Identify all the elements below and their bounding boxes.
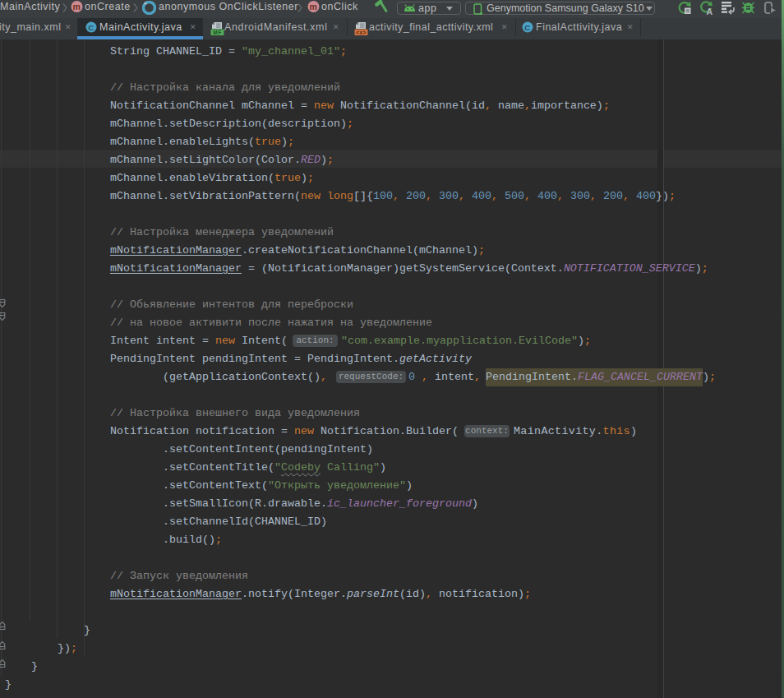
svg-text:m: m [73,2,81,12]
svg-text:A: A [706,7,713,15]
svg-text:m: m [310,2,318,12]
svg-text:<x>: <x> [356,30,367,35]
svg-text:C: C [88,23,94,32]
svg-text:MF: MF [213,30,221,35]
svg-text:C: C [524,23,530,32]
